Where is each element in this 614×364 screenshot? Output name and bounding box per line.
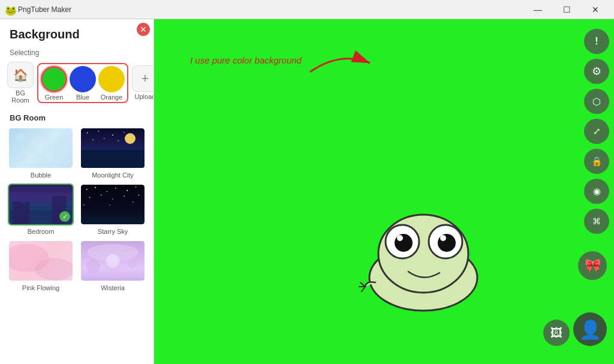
svg-point-9 [124, 132, 125, 133]
svg-point-22 [136, 186, 137, 188]
bg-name-bubble: Bubble [31, 172, 51, 179]
swatch-label-green: Green [45, 94, 64, 101]
bg-grid: Bubble [0, 127, 154, 291]
swatch-label-upload: Upload [135, 93, 154, 100]
svg-point-24 [101, 194, 102, 195]
swatch-item-upload: + Upload [132, 65, 154, 100]
list-item[interactable]: Moonlight City [79, 127, 146, 179]
list-item[interactable]: Bubble [7, 127, 74, 179]
titlebar: 🐸 PngTuber Maker — ☐ ✕ [0, 0, 614, 19]
minimize-button[interactable]: — [524, 0, 552, 19]
discord-button[interactable]: ⌘ [584, 209, 609, 234]
main-container: ✕ Background Selecting 🏠 BG Room Green B… [0, 19, 614, 364]
blue-swatch[interactable] [70, 66, 96, 92]
svg-point-43 [395, 234, 413, 252]
svg-point-28 [83, 204, 85, 206]
svg-point-7 [98, 131, 99, 132]
sidebar-title: Background [10, 28, 144, 41]
upload-swatch[interactable]: + [132, 65, 154, 92]
svg-point-8 [112, 134, 113, 136]
svg-point-20 [115, 188, 116, 189]
svg-point-18 [95, 187, 96, 188]
svg-point-23 [89, 197, 90, 198]
moonlight-thumb [80, 127, 146, 169]
camera-button[interactable]: ⬡ [584, 89, 609, 114]
sidebar-header: Background [0, 19, 154, 46]
app-title: PngTuber Maker [18, 5, 524, 14]
bg-name-moonlight: Moonlight City [92, 172, 134, 179]
svg-point-0 [16, 133, 25, 142]
svg-point-44 [438, 234, 456, 252]
image-button[interactable]: 🖼 [543, 320, 570, 346]
resize-button[interactable]: ⤢ [584, 119, 609, 144]
window-controls: — ☐ ✕ [524, 0, 609, 19]
lock-button[interactable]: 🔒 [584, 149, 609, 174]
svg-point-16 [19, 194, 28, 203]
avatar-button[interactable]: 👤 [573, 312, 607, 346]
ribbon-button[interactable]: 🎀 [578, 251, 607, 280]
list-item[interactable]: Starry Sky [79, 183, 146, 235]
svg-point-21 [127, 189, 128, 191]
svg-point-29 [109, 204, 110, 206]
svg-point-5 [61, 146, 67, 152]
wisteria-thumb [80, 240, 146, 282]
swatch-item-green: Green [41, 66, 67, 101]
close-button[interactable]: ✕ [582, 0, 609, 19]
svg-point-3 [24, 149, 34, 160]
starry-thumb [80, 183, 146, 225]
svg-point-17 [86, 189, 88, 190]
svg-point-46 [440, 235, 446, 241]
sidebar: ✕ Background Selecting 🏠 BG Room Green B… [0, 19, 154, 364]
maximize-button[interactable]: ☐ [553, 0, 580, 19]
swatch-item-blue: Blue [70, 66, 96, 101]
svg-point-19 [107, 191, 108, 192]
svg-point-45 [397, 235, 403, 241]
bg-name-bedroom: Bedroom [28, 228, 55, 235]
bg-room-swatch[interactable]: 🏠 [7, 62, 34, 88]
svg-point-2 [52, 131, 59, 138]
right-toolbar: ! ⚙ ⬡ ⤢ 🔒 ◉ ⌘ [584, 29, 609, 234]
selecting-label: Selecting [0, 46, 154, 62]
swatch-item-bg-room: 🏠 BG Room [7, 62, 34, 104]
svg-point-1 [31, 136, 45, 150]
green-swatch[interactable] [41, 66, 67, 92]
bedroom-thumb: ✓ [8, 183, 74, 225]
bubble-thumb [8, 127, 74, 169]
list-item[interactable]: Wisteria [79, 240, 146, 291]
canvas-hint: I use pure color background [190, 55, 302, 65]
svg-point-11 [104, 138, 105, 139]
svg-point-35 [110, 266, 121, 278]
alert-button[interactable]: ! [584, 29, 609, 54]
swatch-label-blue: Blue [76, 94, 89, 101]
orange-swatch[interactable] [98, 66, 125, 92]
swatch-label-orange: Orange [101, 94, 123, 101]
bg-room-section-label: BG Room [0, 111, 154, 127]
bg-name-wisteria: Wisteria [101, 284, 125, 291]
settings-button[interactable]: ⚙ [584, 59, 609, 84]
svg-rect-14 [13, 201, 29, 224]
svg-point-27 [138, 194, 139, 195]
list-item[interactable]: ✓ Bedroom [7, 183, 74, 235]
svg-point-12 [118, 140, 119, 142]
pink-thumb [8, 240, 74, 282]
selected-swatches-box: Green Blue Orange [37, 63, 128, 103]
svg-point-37 [106, 254, 120, 268]
list-item[interactable]: Pink Flowing [7, 240, 74, 291]
eye-button[interactable]: ◉ [584, 179, 609, 204]
sidebar-close-button[interactable]: ✕ [137, 23, 150, 36]
bg-name-pink: Pink Flowing [22, 284, 59, 291]
arrow-indicator [304, 48, 376, 80]
svg-point-34 [86, 260, 100, 273]
bg-name-starry: Starry Sky [98, 228, 128, 235]
canvas-area: I use pure color background [154, 19, 614, 364]
frog-character [348, 194, 498, 316]
swatches-row: 🏠 BG Room Green Blue Orange [0, 62, 154, 111]
svg-point-26 [124, 195, 125, 197]
svg-point-6 [87, 133, 88, 134]
app-icon: 🐸 [5, 5, 14, 14]
svg-point-36 [128, 259, 137, 268]
swatch-item-orange: Orange [98, 66, 125, 101]
svg-point-10 [92, 139, 94, 140]
swatch-label-bg-room: BG Room [7, 89, 34, 104]
bottom-row: 🖼 👤 [543, 312, 607, 346]
